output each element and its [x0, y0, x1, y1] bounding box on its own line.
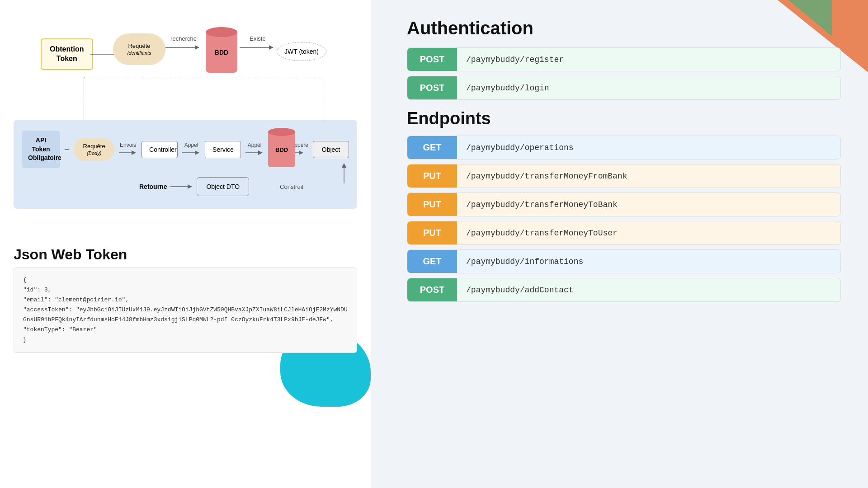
- method-put-from-bank: PUT: [407, 164, 457, 188]
- endpoint-register[interactable]: POST /paymybuddy/register: [407, 47, 841, 71]
- right-panel: Authentication POST /paymybuddy/register…: [380, 0, 868, 488]
- api-container: API Token Obligatoire Requête (Body) Env…: [14, 120, 357, 209]
- method-get-operations: GET: [407, 136, 457, 159]
- method-get-informations: GET: [407, 250, 457, 273]
- jwt-line-4: "accessToken": "eyJhbGciOiJIUzUxMiJ9.eyJ…: [23, 305, 348, 315]
- method-post-add-contact: POST: [407, 278, 457, 301]
- api-flow-row: API Token Obligatoire Requête (Body) Env…: [22, 128, 349, 171]
- controller-label: Controller: [149, 146, 177, 153]
- arrow-appel-1: [182, 148, 200, 157]
- endpoints-title: Endpoints: [407, 109, 841, 128]
- jwt-line-6: "tokenType": "Bearer": [23, 325, 348, 335]
- api-section: API Token Obligatoire Requête (Body) Env…: [14, 120, 357, 209]
- method-put-to-bank: PUT: [407, 193, 457, 216]
- jwt-line-2: "id": 3,: [23, 285, 348, 295]
- jwt-code-block: { "id": 3, "email": "clement@poirier.io"…: [14, 267, 357, 353]
- recherche-group: recherche: [165, 35, 202, 54]
- bdd-api-label: BDD: [275, 146, 288, 153]
- jwt-oval: JWT (token): [277, 42, 326, 61]
- jwt-line-1: {: [23, 275, 348, 285]
- appel-1-label: Appel: [184, 142, 198, 148]
- header-dashed-box: [84, 77, 323, 122]
- dto-box: Object DTO: [197, 177, 249, 196]
- auth-section: Authentication POST /paymybuddy/register…: [407, 18, 841, 100]
- endpoint-transfer-to-bank[interactable]: PUT /paymybuddy/transferMoneyToBank: [407, 192, 841, 216]
- object-label: Object: [322, 146, 340, 153]
- obtention-box: Obtention Token: [41, 38, 93, 70]
- arrow-envois: [119, 148, 137, 157]
- left-panel: Obtention Token Requête Identifiants rec…: [0, 0, 371, 488]
- svg-marker-3: [195, 45, 199, 50]
- svg-marker-13: [258, 150, 263, 155]
- token-label-top: Token: [57, 55, 77, 62]
- method-put-to-user: PUT: [407, 221, 457, 244]
- obligatoire-label: Obligatoire: [28, 154, 54, 163]
- endpoint-informations[interactable]: GET /paymybuddy/informations: [407, 249, 841, 273]
- obtention-token-box: Obtention Token: [41, 38, 93, 70]
- jwt-title: Json Web Token: [14, 246, 357, 263]
- svg-marker-9: [132, 150, 136, 155]
- requete-api-label: Requête: [80, 143, 108, 150]
- method-post-register: POST: [407, 48, 457, 71]
- object-box: Object: [313, 141, 349, 158]
- arrow-recherche: [165, 43, 202, 52]
- endpoints-section: Endpoints GET /paymybuddy/operations PUT…: [407, 109, 841, 302]
- retourne-group: Retourne Object DTO Construi: [139, 177, 303, 196]
- endpoint-add-contact[interactable]: POST /paymybuddy/addContact: [407, 278, 841, 302]
- envois-label: Envois: [120, 142, 136, 148]
- construit-group: Construit: [280, 183, 303, 190]
- svg-marker-5: [269, 45, 274, 50]
- body-label: (Body): [87, 150, 101, 156]
- identifiants-label: Identifiants: [127, 50, 151, 56]
- existe-group: Existe: [240, 35, 276, 54]
- arrow-construit: [308, 159, 349, 186]
- endpoint-transfer-from-bank[interactable]: PUT /paymybuddy/transferMoneyFromBank: [407, 164, 841, 188]
- existe-label: Existe: [240, 35, 276, 42]
- dto-row: Retourne Object DTO Construi: [22, 177, 349, 196]
- arrow-appel-2: [245, 148, 264, 157]
- jwt-section: Json Web Token { "id": 3, "email": "clem…: [14, 246, 357, 353]
- svg-marker-15: [299, 150, 303, 155]
- service-label: Service: [212, 146, 234, 153]
- endpoint-operations[interactable]: GET /paymybuddy/operations: [407, 136, 841, 160]
- arrow-api-1: [65, 145, 69, 154]
- svg-marker-11: [195, 150, 199, 155]
- bdd-top-label: BDD: [215, 49, 228, 56]
- arrow-retourne: [170, 182, 193, 191]
- requete-cloud: Requête Identifiants: [117, 37, 162, 61]
- api-box: API Token Obligatoire: [22, 131, 60, 168]
- bdd-api-cylinder: BDD: [268, 128, 277, 171]
- appel-1-group: Appel: [182, 142, 200, 157]
- path-informations: /paymybuddy/informations: [457, 251, 840, 272]
- envois-group: Envois: [119, 142, 137, 157]
- path-login: /paymybuddy/login: [457, 77, 840, 99]
- top-diagram: Obtention Token Requête Identifiants rec…: [18, 18, 353, 131]
- jwt-line-5: GnsUR91hPFQk4nyIArfdunmsHoF14J8fmbHmz3xd…: [23, 315, 348, 325]
- retourne-label: Retourne: [139, 183, 167, 190]
- svg-marker-17: [188, 184, 192, 189]
- path-operations: /paymybuddy/operations: [457, 137, 840, 159]
- method-post-login: POST: [407, 76, 457, 99]
- svg-marker-19: [342, 163, 346, 168]
- controller-box: Controller: [142, 141, 178, 158]
- token-label: Token: [28, 145, 54, 154]
- service-box: Service: [205, 141, 241, 158]
- api-label: API: [28, 136, 54, 145]
- jwt-line-3: "email": "clement@poirier.io",: [23, 295, 348, 305]
- construit-label: Construit: [280, 183, 303, 190]
- jwt-line-7: }: [23, 335, 348, 345]
- jwt-token-oval-label: JWT (token): [277, 42, 326, 61]
- path-transfer-to-user: /paymybuddy/transferMoneyToUser: [457, 222, 840, 244]
- endpoint-transfer-to-user[interactable]: PUT /paymybuddy/transferMoneyToUser: [407, 221, 841, 245]
- recherche-label: recherche: [165, 35, 202, 42]
- appel-2-label: Appel: [248, 142, 262, 148]
- arrow-existe: [240, 43, 276, 52]
- dto-label: Object DTO: [206, 183, 240, 190]
- endpoint-login[interactable]: POST /paymybuddy/login: [407, 76, 841, 100]
- appel-2-group: Appel: [245, 142, 264, 157]
- requete-label: Requête: [128, 42, 150, 49]
- path-transfer-from-bank: /paymybuddy/transferMoneyFromBank: [457, 165, 840, 187]
- path-add-contact: /paymybuddy/addContact: [457, 279, 840, 301]
- obtention-label: Obtention: [50, 45, 84, 53]
- bdd-top-cylinder: BDD: [206, 27, 237, 77]
